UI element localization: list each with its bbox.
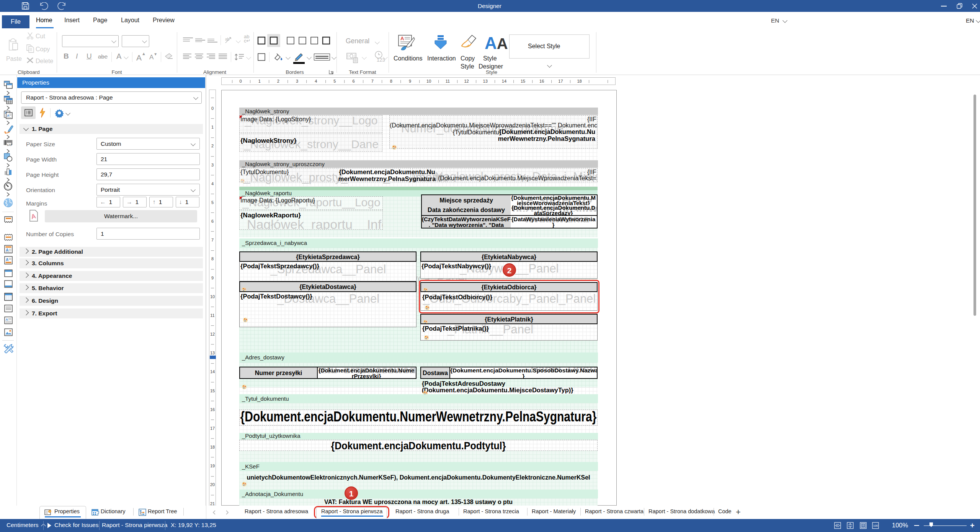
svg-text:A: A (7, 114, 10, 117)
svg-text:A: A (6, 258, 8, 262)
svg-text:ab: ab (225, 37, 230, 41)
svg-text:A: A (6, 248, 8, 252)
svg-text:A: A (400, 36, 404, 41)
svg-text:123: 123 (7, 143, 12, 147)
svg-text:100: 100 (873, 524, 878, 527)
svg-text:A: A (6, 318, 8, 321)
